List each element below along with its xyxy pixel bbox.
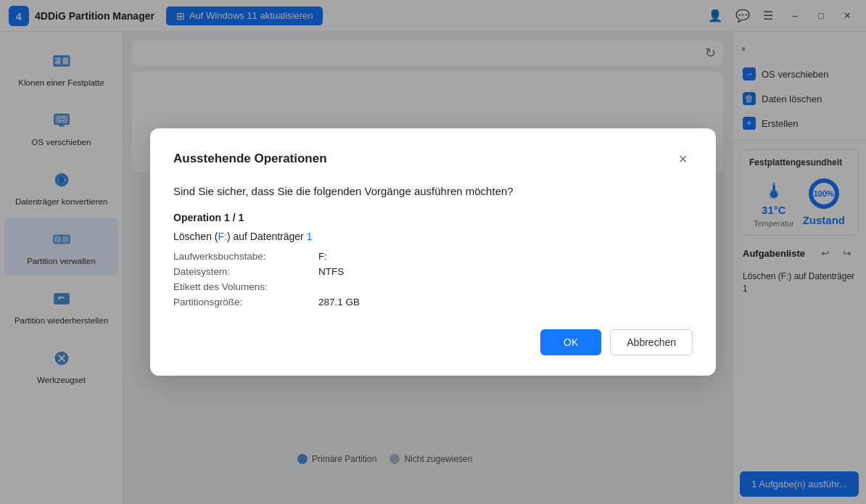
dialog-close-button[interactable]: ✕ <box>672 149 693 169</box>
dialog-op-title: Löschen (F:) auf Datenträger 1 <box>173 231 693 242</box>
detail-label-2: Etikett des Volumens: <box>173 281 318 292</box>
detail-label-3: Partitionsgröße: <box>173 297 318 307</box>
op-title-suffix: ) auf Datenträger <box>227 231 304 242</box>
dialog-footer: OK Abbrechen <box>173 329 693 355</box>
op-title-prefix: Löschen ( <box>173 231 218 242</box>
dialog-title: Ausstehende Operationen <box>173 152 672 166</box>
dialog-details: Laufwerksbuchstabe: F: Dateisystem: NTFS… <box>173 251 693 307</box>
dialog-header: Ausstehende Operationen ✕ <box>173 149 693 169</box>
detail-label-0: Laufwerksbuchstabe: <box>173 251 318 262</box>
op-drive-highlight: F: <box>218 231 226 242</box>
cancel-button[interactable]: Abbrechen <box>610 329 693 355</box>
ok-button[interactable]: OK <box>540 329 601 355</box>
detail-label-1: Dateisystem: <box>173 266 318 277</box>
detail-value-3: 287.1 GB <box>318 297 693 307</box>
op-title-num: 1 <box>307 231 313 242</box>
detail-value-1: NTFS <box>318 266 693 277</box>
dialog: Ausstehende Operationen ✕ Sind Sie siche… <box>150 128 716 376</box>
dialog-operation-label: Operation 1 / 1 <box>173 212 693 223</box>
detail-value-0: F: <box>318 251 693 262</box>
dialog-question: Sind Sie sicher, dass Sie die folgenden … <box>173 185 693 197</box>
detail-value-2 <box>318 281 693 292</box>
dialog-overlay: Ausstehende Operationen ✕ Sind Sie siche… <box>0 0 866 504</box>
